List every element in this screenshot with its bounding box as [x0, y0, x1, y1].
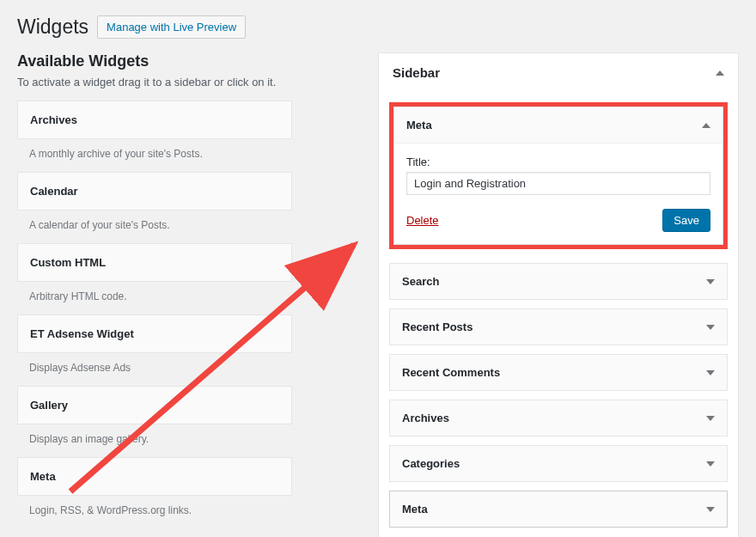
widget-desc: Arbitrary HTML code. — [17, 282, 292, 314]
widget-desc: A monthly archive of your site's Posts. — [17, 139, 292, 172]
chevron-up-icon — [716, 70, 724, 76]
widget-name-label: Meta — [402, 503, 428, 516]
chevron-down-icon — [706, 461, 715, 467]
widget-meta-collapsed-header[interactable]: Meta — [390, 491, 727, 527]
chevron-down-icon — [706, 279, 715, 284]
widget-desc: A calendar of your site's Posts. — [17, 211, 292, 243]
widget-meta-header[interactable]: Meta — [394, 107, 722, 143]
available-widget-et-adsense[interactable]: ET Adsense Widget — [17, 314, 292, 353]
available-widget-meta[interactable]: Meta — [17, 457, 292, 496]
delete-widget-link[interactable]: Delete — [406, 214, 439, 227]
widget-desc: Displays Adsense Ads — [17, 353, 292, 386]
widget-desc: Login, RSS, & WordPress.org links. — [17, 496, 292, 528]
widget-name-label: Meta — [406, 119, 432, 131]
title-field-label: Title: — [406, 156, 710, 168]
chevron-up-icon — [702, 123, 710, 128]
widget-recent-comments-header[interactable]: Recent Comments — [390, 355, 727, 390]
widget-name-label: Archives — [402, 412, 449, 424]
widget-title-input[interactable] — [406, 172, 710, 195]
manage-live-preview-button[interactable]: Manage with Live Preview — [97, 15, 246, 39]
page-title: Widgets — [17, 15, 88, 39]
sidebar-area-title: Sidebar — [393, 65, 440, 80]
widget-name-label: Recent Comments — [402, 366, 500, 379]
available-widget-gallery[interactable]: Gallery — [17, 386, 292, 424]
sidebar-area-header[interactable]: Sidebar — [379, 53, 738, 92]
widget-recent-posts-header[interactable]: Recent Posts — [390, 309, 727, 345]
available-widget-custom-html[interactable]: Custom HTML — [17, 243, 292, 282]
available-widgets-heading: Available Widgets — [17, 52, 292, 70]
chevron-down-icon — [706, 416, 715, 421]
chevron-down-icon — [706, 507, 715, 512]
chevron-down-icon — [706, 370, 715, 375]
widget-name-label: Search — [402, 275, 439, 288]
save-button[interactable]: Save — [662, 209, 710, 232]
highlight-annotation: Meta Title: Delete Save — [389, 102, 728, 249]
widget-archives-header[interactable]: Archives — [390, 400, 727, 436]
widget-name-label: Recent Posts — [402, 320, 472, 333]
widget-desc: Displays an image gallery. — [17, 424, 292, 457]
chevron-down-icon — [706, 325, 715, 330]
available-widget-archives[interactable]: Archives — [17, 101, 292, 139]
widget-name-label: Categories — [402, 457, 460, 470]
available-widgets-description: To activate a widget drag it to a sideba… — [17, 76, 292, 88]
widget-search-header[interactable]: Search — [390, 264, 727, 299]
widget-categories-header[interactable]: Categories — [390, 446, 727, 481]
available-widget-calendar[interactable]: Calendar — [17, 172, 292, 211]
